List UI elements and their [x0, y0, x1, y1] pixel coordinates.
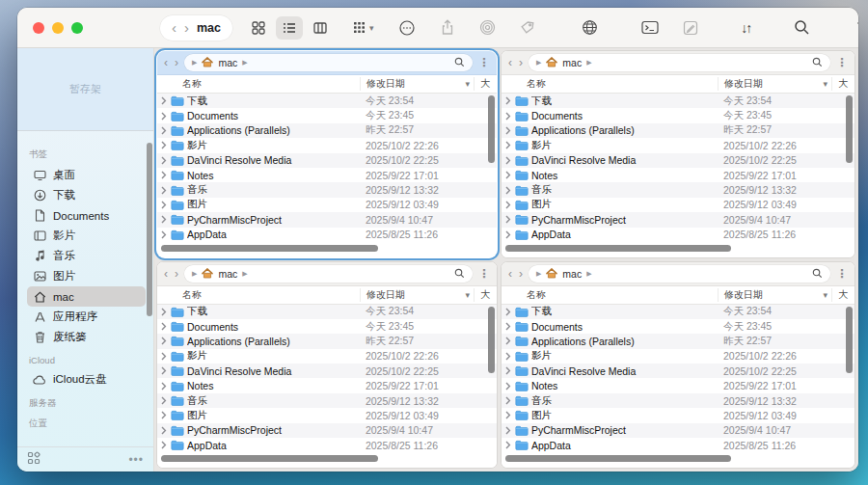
- toolbar-breadcrumb[interactable]: ‹ › mac: [160, 15, 232, 40]
- disclosure-chevron-icon[interactable]: [502, 186, 515, 195]
- search-icon[interactable]: [788, 15, 816, 40]
- pane-back-icon[interactable]: ‹: [163, 268, 169, 280]
- disclosure-chevron-icon[interactable]: [502, 352, 515, 361]
- column-date[interactable]: 修改日期▾: [718, 288, 831, 302]
- file-row[interactable]: 下载今天 23:54: [157, 94, 497, 108]
- file-row[interactable]: 音乐2025/9/12 13:32: [157, 393, 497, 408]
- disclosure-chevron-icon[interactable]: [157, 230, 171, 239]
- disclosure-chevron-icon[interactable]: [502, 308, 515, 316]
- disclosure-chevron-icon[interactable]: [157, 156, 171, 165]
- pane-horizontal-scrollbar[interactable]: [161, 455, 378, 462]
- disclosure-chevron-icon[interactable]: [502, 337, 515, 345]
- file-row[interactable]: 下载今天 23:54: [157, 305, 497, 319]
- file-row[interactable]: Documents今天 23:45: [157, 108, 497, 122]
- shelf-dropzone[interactable]: 暂存架: [17, 48, 153, 131]
- trash-icon[interactable]: [851, 15, 858, 40]
- file-row[interactable]: 音乐2025/9/12 13:32: [502, 182, 854, 197]
- disclosure-chevron-icon[interactable]: [502, 441, 515, 449]
- file-row[interactable]: Applications (Parallels)昨天 22:57: [157, 123, 497, 138]
- pane-forward-icon[interactable]: ›: [518, 57, 524, 68]
- file-row[interactable]: 下载今天 23:54: [502, 94, 854, 108]
- disclosure-chevron-icon[interactable]: [157, 411, 171, 419]
- column-name[interactable]: 名称: [502, 77, 718, 91]
- disclosure-chevron-icon[interactable]: [157, 126, 171, 135]
- pane-search-icon[interactable]: [812, 54, 823, 71]
- back-icon[interactable]: ‹: [172, 20, 176, 35]
- sidebar-item-桌面[interactable]: 桌面: [27, 165, 146, 185]
- forward-icon[interactable]: ›: [184, 20, 189, 35]
- more-dots-icon[interactable]: •••: [128, 453, 144, 467]
- sidebar-item-mac[interactable]: mac: [27, 286, 146, 307]
- airdrop-icon[interactable]: [474, 15, 502, 40]
- pane-forward-icon[interactable]: ›: [174, 57, 179, 68]
- more-circle-icon[interactable]: [393, 15, 421, 40]
- file-row[interactable]: Documents今天 23:45: [502, 319, 854, 334]
- file-row[interactable]: AppData2025/8/25 11:26: [502, 438, 854, 452]
- sidebar-item-废纸篓[interactable]: 废纸篓: [27, 327, 146, 347]
- pane-back-icon[interactable]: ‹: [507, 268, 513, 280]
- pane-kebab-icon[interactable]: ⋮: [835, 268, 849, 280]
- file-row[interactable]: Documents今天 23:45: [502, 108, 854, 122]
- pane-vertical-scrollbar[interactable]: [846, 95, 853, 163]
- pane-vertical-scrollbar[interactable]: [488, 95, 495, 163]
- file-row[interactable]: PyCharmMiscProject2025/9/4 10:47: [157, 423, 497, 438]
- disclosure-chevron-icon[interactable]: [502, 156, 515, 165]
- disclosure-chevron-icon[interactable]: [502, 126, 515, 135]
- close-window-button[interactable]: [33, 22, 44, 34]
- disclosure-chevron-icon[interactable]: [157, 308, 171, 316]
- pane-kebab-icon[interactable]: ⋮: [477, 268, 491, 280]
- share-icon[interactable]: [434, 15, 461, 40]
- file-row[interactable]: 音乐2025/9/12 13:32: [157, 182, 497, 197]
- disclosure-chevron-icon[interactable]: [157, 215, 171, 224]
- disclosure-chevron-icon[interactable]: [157, 396, 171, 405]
- grid-view-icon[interactable]: [245, 16, 272, 40]
- file-row[interactable]: PyCharmMiscProject2025/9/4 10:47: [502, 212, 854, 227]
- file-row[interactable]: 影片2025/10/2 22:26: [502, 349, 854, 364]
- pane-search-icon[interactable]: [454, 54, 465, 71]
- disclosure-chevron-icon[interactable]: [157, 112, 171, 121]
- file-row[interactable]: Notes2025/9/22 17:01: [157, 378, 497, 392]
- disclosure-chevron-icon[interactable]: [157, 141, 171, 149]
- pane-horizontal-scrollbar[interactable]: [505, 245, 731, 252]
- file-row[interactable]: PyCharmMiscProject2025/9/4 10:47: [157, 212, 497, 227]
- column-date[interactable]: 修改日期▾: [360, 288, 474, 302]
- sidebar-item-icloud云盘[interactable]: iCloud云盘: [27, 369, 146, 390]
- file-row[interactable]: PyCharmMiscProject2025/9/4 10:47: [502, 423, 854, 438]
- pane-forward-icon[interactable]: ›: [174, 268, 179, 280]
- sidebar-item-图片[interactable]: 图片: [27, 266, 146, 286]
- file-row[interactable]: Applications (Parallels)昨天 22:57: [157, 334, 497, 348]
- globe-icon[interactable]: [576, 15, 604, 40]
- pane-breadcrumb[interactable]: ▶ mac ▶: [184, 265, 473, 283]
- file-row[interactable]: 下载今天 23:54: [502, 305, 854, 319]
- sidebar-item-下载[interactable]: 下载: [27, 185, 146, 205]
- file-row[interactable]: 图片2025/9/12 03:49: [157, 408, 497, 422]
- tag-icon[interactable]: [514, 16, 541, 40]
- disclosure-chevron-icon[interactable]: [502, 230, 515, 239]
- disclosure-chevron-icon[interactable]: [157, 382, 171, 391]
- file-row[interactable]: 音乐2025/9/12 13:32: [502, 393, 854, 408]
- disclosure-chevron-icon[interactable]: [157, 201, 171, 209]
- file-row[interactable]: AppData2025/8/25 11:26: [157, 438, 497, 452]
- file-row[interactable]: DaVinci Resolve Media2025/10/2 22:25: [157, 364, 497, 378]
- disclosure-chevron-icon[interactable]: [502, 426, 515, 435]
- column-name[interactable]: 名称: [502, 288, 718, 302]
- file-row[interactable]: Applications (Parallels)昨天 22:57: [502, 123, 854, 138]
- disclosure-chevron-icon[interactable]: [157, 441, 171, 449]
- pane-search-icon[interactable]: [812, 265, 823, 283]
- pane-search-icon[interactable]: [454, 265, 465, 283]
- file-row[interactable]: 图片2025/9/12 03:49: [502, 408, 854, 422]
- column-size[interactable]: 大: [831, 288, 854, 302]
- file-row[interactable]: 影片2025/10/2 22:26: [502, 138, 854, 152]
- disclosure-chevron-icon[interactable]: [157, 186, 171, 195]
- pane-vertical-scrollbar[interactable]: [846, 307, 853, 374]
- disclosure-chevron-icon[interactable]: [502, 411, 515, 419]
- file-row[interactable]: Notes2025/9/22 17:01: [502, 378, 854, 392]
- disclosure-chevron-icon[interactable]: [502, 112, 515, 121]
- pane-back-icon[interactable]: ‹: [507, 57, 513, 68]
- pane-breadcrumb[interactable]: ▶ mac ▶: [529, 265, 830, 283]
- disclosure-chevron-icon[interactable]: [502, 366, 515, 375]
- disclosure-chevron-icon[interactable]: [502, 382, 515, 391]
- minimize-window-button[interactable]: [52, 22, 64, 34]
- sidebar-item-应用程序[interactable]: 应用程序: [27, 307, 146, 327]
- disclosure-chevron-icon[interactable]: [157, 352, 171, 361]
